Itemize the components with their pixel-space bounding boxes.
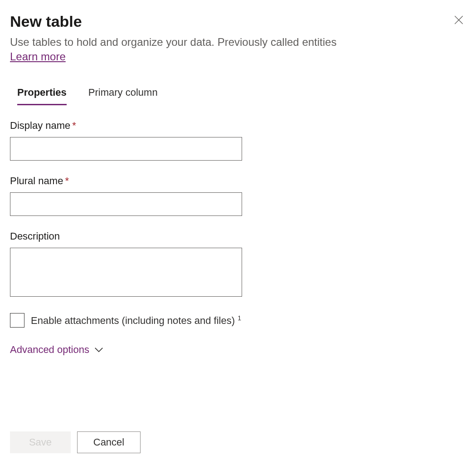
dialog-title: New table — [10, 13, 82, 30]
required-marker: * — [65, 175, 69, 186]
field-group-display-name: Display name* — [10, 120, 466, 161]
description-input[interactable] — [10, 248, 242, 297]
advanced-options-toggle[interactable]: Advanced options — [10, 344, 104, 356]
description-label: Description — [10, 230, 466, 242]
field-group-plural-name: Plural name* — [10, 175, 466, 216]
tabs: Properties Primary column — [17, 87, 466, 105]
field-group-description: Description — [10, 230, 466, 299]
footnote-marker: 1 — [238, 314, 241, 322]
display-name-label-text: Display name — [10, 120, 70, 131]
enable-attachments-checkbox[interactable] — [10, 313, 24, 328]
plural-name-label-text: Plural name — [10, 175, 63, 186]
advanced-options-label: Advanced options — [10, 344, 89, 356]
learn-more-link[interactable]: Learn more — [10, 50, 66, 63]
dialog-subtitle: Use tables to hold and organize your dat… — [10, 35, 466, 49]
save-button[interactable]: Save — [10, 431, 71, 453]
enable-attachments-label-text: Enable attachments (including notes and … — [31, 315, 235, 326]
required-marker: * — [72, 120, 76, 131]
tab-properties[interactable]: Properties — [17, 87, 67, 105]
tab-primary-column[interactable]: Primary column — [88, 87, 158, 105]
enable-attachments-label: Enable attachments (including notes and … — [31, 314, 241, 327]
cancel-button[interactable]: Cancel — [77, 431, 141, 453]
plural-name-label: Plural name* — [10, 175, 466, 187]
chevron-down-icon — [94, 345, 104, 355]
form: Display name* Plural name* Description E… — [10, 120, 466, 356]
display-name-label: Display name* — [10, 120, 466, 132]
footer: Save Cancel — [10, 431, 141, 453]
display-name-input[interactable] — [10, 137, 242, 161]
close-button[interactable] — [452, 13, 466, 27]
plural-name-input[interactable] — [10, 192, 242, 216]
close-icon — [454, 15, 463, 24]
enable-attachments-row: Enable attachments (including notes and … — [10, 313, 466, 328]
